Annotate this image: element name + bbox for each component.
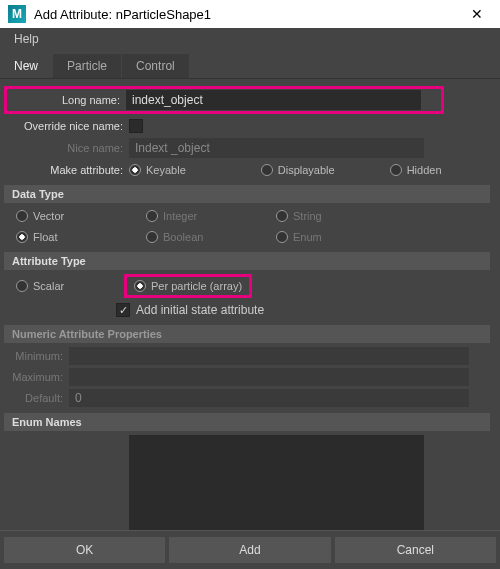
titlebar: M Add Attribute: nParticleShape1 ✕ (0, 0, 500, 28)
add-button[interactable]: Add (169, 537, 330, 563)
radio-per-particle[interactable]: Per particle (array) (128, 278, 248, 294)
menu-help[interactable]: Help (8, 30, 45, 48)
highlight-long-name: Long name: (4, 86, 444, 114)
attribute-type-header: Attribute Type (4, 252, 490, 270)
menubar: Help (0, 28, 500, 50)
close-icon[interactable]: ✕ (462, 6, 492, 22)
minimum-label: Minimum: (4, 350, 69, 362)
default-label: Default: (4, 392, 69, 404)
enum-names-header: Enum Names (4, 413, 490, 431)
minimum-input (69, 347, 469, 365)
window-title: Add Attribute: nParticleShape1 (34, 7, 462, 22)
numeric-props-header: Numeric Attribute Properties (4, 325, 490, 343)
button-bar: OK Add Cancel (0, 530, 500, 569)
data-type-header: Data Type (4, 185, 490, 203)
long-name-label: Long name: (8, 94, 126, 106)
radio-float[interactable]: Float (16, 231, 126, 243)
radio-enum[interactable]: Enum (276, 231, 322, 243)
radio-integer[interactable]: Integer (146, 210, 256, 222)
radio-vector[interactable]: Vector (16, 210, 126, 222)
nice-name-input (129, 138, 424, 158)
default-input (69, 389, 469, 407)
make-attribute-label: Make attribute: (4, 164, 129, 176)
radio-boolean[interactable]: Boolean (146, 231, 256, 243)
add-initial-state-label: Add initial state attribute (136, 303, 264, 317)
radio-displayable[interactable]: Displayable (261, 164, 335, 176)
enum-names-listbox[interactable] (129, 435, 424, 530)
long-name-input[interactable] (126, 90, 421, 110)
ok-button[interactable]: OK (4, 537, 165, 563)
radio-keyable[interactable]: Keyable (129, 164, 186, 176)
cancel-button[interactable]: Cancel (335, 537, 496, 563)
highlight-per-particle: Per particle (array) (124, 274, 252, 298)
maximum-label: Maximum: (4, 371, 69, 383)
tab-new[interactable]: New (0, 54, 52, 78)
radio-scalar[interactable]: Scalar (16, 280, 104, 292)
tab-particle[interactable]: Particle (53, 54, 121, 78)
maya-logo-icon: M (8, 5, 26, 23)
radio-hidden[interactable]: Hidden (390, 164, 442, 176)
radio-string[interactable]: String (276, 210, 322, 222)
add-initial-state-checkbox[interactable] (116, 303, 130, 317)
tab-bar: New Particle Control (0, 54, 500, 79)
nice-name-label: Nice name: (4, 142, 129, 154)
tab-control[interactable]: Control (122, 54, 189, 78)
override-nice-name-checkbox[interactable] (129, 119, 143, 133)
maximum-input (69, 368, 469, 386)
override-nice-name-label: Override nice name: (4, 120, 129, 132)
